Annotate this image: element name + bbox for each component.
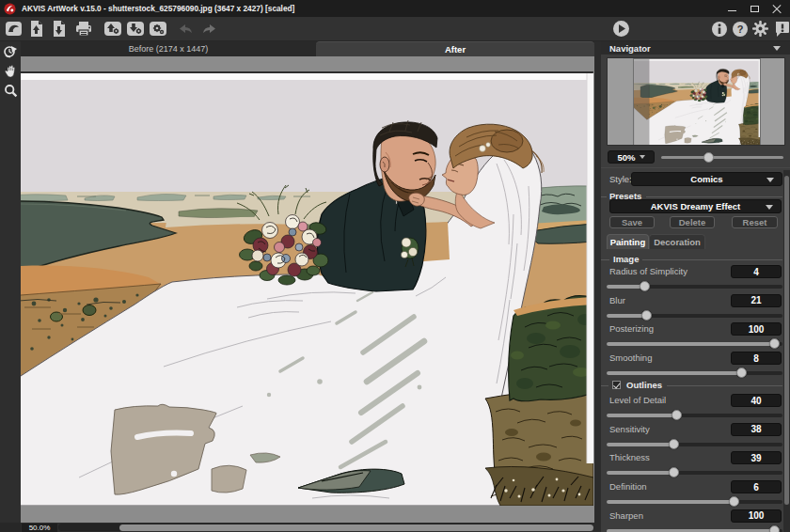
parameter-slider-fill [607,342,774,346]
tab-decoration[interactable]: Decoration [649,234,705,249]
preset-select[interactable]: AKVIS Dreamy Effect [609,199,782,213]
reset-button[interactable]: Reset [732,216,778,228]
tab-before[interactable]: Before (2174 x 1447) [21,41,316,56]
undo-button[interactable] [175,19,198,39]
title-bar: AKVIS ArtWork v.15.0 - shutterstock_6257… [0,0,790,17]
parameter-slider[interactable] [607,414,782,417]
navigator-collapse-icon [773,46,781,51]
run-button[interactable] [609,19,632,39]
parameter-slider[interactable] [607,342,782,346]
close-button[interactable] [772,4,782,14]
outlines-checkbox[interactable] [612,381,621,389]
outlines-group-row: Outlines [601,380,790,393]
parameter-value-box[interactable]: 21 [731,294,782,307]
parameter-row: Thickness 39 [601,452,790,481]
akvis-artwork-window: AKVIS ArtWork v.15.0 - shutterstock_6257… [0,0,790,532]
print-button[interactable] [72,19,95,39]
export-presets-button[interactable] [124,19,147,39]
tab-painting[interactable]: Painting [607,234,649,249]
pan-tool[interactable] [0,61,21,81]
navigator-header[interactable]: Navigator [601,41,790,55]
export-presets-icon [126,20,145,38]
parameter-value-box[interactable]: 39 [731,451,782,464]
parameter-slider-knob[interactable] [669,467,679,477]
zoom-select[interactable]: 50% [608,150,655,164]
parameter-slider-knob[interactable] [672,410,682,420]
style-select[interactable]: Comics [631,172,782,186]
parameter-slider-fill [607,443,673,446]
zoom-tool[interactable] [0,81,21,101]
parameter-slider[interactable] [607,285,782,289]
redo-button[interactable] [198,19,220,39]
about-button[interactable] [708,19,731,39]
parameter-slider-knob[interactable] [640,281,650,291]
batch-processing-icon [149,20,167,38]
parameter-slider-knob[interactable] [769,525,780,532]
save-button[interactable]: Save [609,216,655,228]
parameter-value-box[interactable]: 6 [731,480,782,493]
save-file-icon [51,20,67,38]
run-icon [612,20,630,38]
parameter-row: Sensitivity 38 [601,424,790,453]
minimize-button[interactable] [727,4,737,14]
tab-after[interactable]: After [316,41,594,56]
maximize-button[interactable] [750,4,760,14]
parameter-slider[interactable] [607,471,782,475]
feedback-button[interactable] [770,19,790,39]
open-image-button[interactable] [2,19,24,39]
print-icon [74,20,93,38]
parameter-slider[interactable] [607,443,782,446]
zoom-dropdown-icon [640,155,645,159]
parameter-slider-knob[interactable] [669,439,679,449]
quick-preview-tool[interactable] [0,41,21,61]
parameter-slider-fill [607,414,676,417]
parameter-label: Posterizing [609,323,654,334]
navigator-preview[interactable] [607,57,785,146]
hand-icon [4,64,18,79]
left-tool-column [0,41,21,532]
parameter-slider-knob[interactable] [769,338,780,349]
preferences-button[interactable] [749,19,771,39]
statusbar-corner [0,523,21,532]
outlines-group-line-left [601,385,608,386]
horizontal-scrollbar[interactable] [58,524,593,531]
style-label: Style: [609,174,632,184]
panel-scrollbar-thumb[interactable] [784,176,789,505]
parameter-label: Sensitivity [609,424,650,434]
zoom-slider-knob[interactable] [703,152,714,163]
panel-scrollbar[interactable] [783,170,790,532]
save-file-button[interactable] [47,19,70,39]
parameter-value-box[interactable]: 4 [731,265,782,278]
zoom-value: 50% [617,152,635,163]
parameter-slider[interactable] [607,371,782,375]
app-logo-icon [4,3,16,15]
batch-processing-button[interactable] [147,19,169,39]
parameter-value-box[interactable]: 40 [731,394,782,407]
image-group-title: Image [613,254,639,264]
import-presets-icon [103,20,122,38]
parameter-value-box[interactable]: 100 [731,509,782,523]
delete-button[interactable]: Delete [670,216,715,228]
open-image-icon [5,20,23,38]
parameter-slider-fill [607,471,674,475]
horizontal-scrollbar-thumb[interactable] [119,524,593,531]
import-file-button[interactable] [24,19,47,39]
parameter-value-box[interactable]: 100 [731,322,782,336]
parameter-slider[interactable] [607,314,782,318]
image-group-line [642,259,782,260]
parameter-slider-knob[interactable] [736,368,747,378]
style-dropdown-icon [766,178,774,182]
parameter-value-box[interactable]: 8 [731,352,782,365]
parameter-slider-fill [607,371,741,375]
zoom-slider[interactable] [661,150,783,164]
image-canvas-area[interactable] [21,56,594,523]
parameter-row: Definition 6 [601,481,790,510]
presets-group-line-left [601,196,607,197]
help-icon: ? [732,21,749,38]
import-presets-button[interactable] [102,19,124,39]
parameter-value-box[interactable]: 38 [731,423,782,436]
parameter-slider[interactable] [607,500,782,504]
gear-icon [751,20,769,38]
parameter-slider-knob[interactable] [641,310,652,321]
parameter-slider-knob[interactable] [729,496,739,507]
